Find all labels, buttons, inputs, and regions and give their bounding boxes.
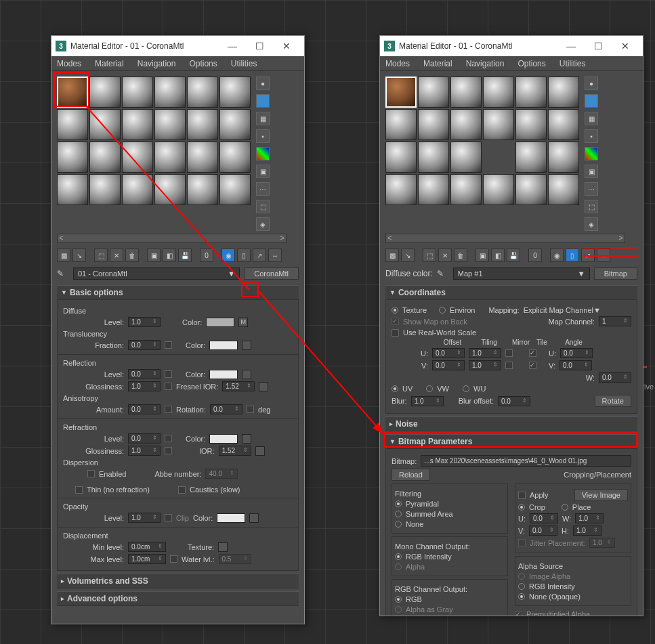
material-name-field[interactable]: 01 - CoronaMtl▼ [73,267,240,280]
coordinates-rollout[interactable]: ▼Coordinates [385,285,637,300]
translucency-fraction-spinner[interactable]: 0.0⇕ [128,340,161,350]
options-icon[interactable]: ⋯ [256,182,270,196]
summed-radio[interactable] [395,511,402,517]
reset-icon[interactable]: ✕ [110,249,123,262]
material-slot[interactable] [122,174,153,205]
bitmap-path-field[interactable]: ...s Max 2020\sceneassets\images\46_0_Wo… [421,455,631,467]
environ-radio[interactable] [439,307,446,314]
material-slot[interactable] [154,142,186,173]
blur-offset-spinner[interactable]: 0.0⇕ [498,396,530,406]
jitter-spinner[interactable]: 1.0⇕ [589,538,615,548]
menu-utilities[interactable]: Utilities [557,58,589,70]
background-icon[interactable]: ▦ [585,112,598,125]
menu-material[interactable]: Material [421,58,455,70]
select-by-mat-icon[interactable]: ⬚ [256,200,270,213]
mat-id-channel-icon[interactable]: 0 [528,249,542,262]
material-slot[interactable] [418,142,449,173]
none-opaque-radio[interactable] [518,593,525,600]
displ-texture-button[interactable] [218,542,228,552]
diffuse-color-swatch[interactable] [206,318,234,327]
mono-rgb-radio[interactable] [395,553,402,560]
uv-radio[interactable] [392,385,398,392]
displ-min-spinner[interactable]: 0.0cm⇕ [128,542,166,552]
refraction-color-swatch[interactable] [209,434,238,444]
titlebar[interactable]: 3 Material Editor - 01 - CoronaMtl — ☐ ✕ [380,36,643,56]
material-slot[interactable] [219,77,251,108]
reflection-color-swatch[interactable] [209,370,238,379]
make-copy-icon[interactable]: ▣ [476,249,489,262]
aniso-rotation-spinner[interactable]: 0.0⇕ [210,404,242,414]
material-slot[interactable] [89,174,121,205]
menu-options[interactable]: Options [515,58,548,70]
ior-map-button[interactable] [259,382,268,391]
make-copy-icon[interactable]: ▣ [147,249,161,262]
u-tile-check[interactable] [529,349,536,357]
go-sibling-icon[interactable]: ↔ [268,249,282,262]
caustics-check[interactable] [178,486,186,494]
rotate-button[interactable]: Rotate [595,395,631,407]
go-parent-icon[interactable]: ↗ [253,249,266,262]
v-mirror-check[interactable] [505,362,513,369]
make-preview-icon[interactable]: ▣ [256,165,270,178]
clip-check[interactable] [165,514,172,521]
menu-modes[interactable]: Modes [383,58,413,70]
refr-level-map-check[interactable] [165,435,172,442]
material-slot[interactable] [548,142,579,173]
material-slot[interactable] [57,109,88,140]
view-image-button[interactable]: View Image [574,489,628,501]
material-slot[interactable] [385,109,417,140]
aniso-rot-map-check[interactable] [247,406,254,413]
sample-uv-icon[interactable]: ▪ [585,129,598,143]
make-preview-icon[interactable]: ▣ [585,165,598,178]
translucency-map-button[interactable] [242,341,251,350]
slot-scrollbar[interactable] [57,234,287,243]
material-slot[interactable] [450,174,482,205]
go-sibling-icon[interactable]: ↔ [597,249,610,262]
fresnel-ior-spinner[interactable]: 1.52⇕ [222,381,255,391]
displ-max-spinner[interactable]: 1.0cm⇕ [128,554,166,564]
material-slot[interactable] [515,174,547,205]
menu-options[interactable]: Options [186,58,219,70]
apply-check[interactable] [518,492,526,499]
material-slot[interactable] [57,77,88,108]
picker-icon[interactable]: ✎ [57,269,69,278]
material-slot[interactable] [57,174,88,205]
reflection-map-button[interactable] [242,370,251,379]
get-material-icon[interactable]: ▩ [385,249,399,262]
put-to-lib-icon[interactable]: 💾 [178,249,192,262]
mat-id-icon[interactable]: ◈ [585,217,598,231]
map-name-field[interactable]: Map #1▼ [453,267,590,280]
make-unique-icon[interactable]: ◧ [491,249,505,262]
show-map-check[interactable] [392,318,399,325]
crop-radio[interactable] [518,504,525,511]
backlight-icon[interactable] [585,94,598,108]
material-slot[interactable] [418,109,449,140]
material-slot[interactable] [57,142,88,173]
jitter-check[interactable] [518,539,526,546]
put-to-lib-icon[interactable]: 💾 [507,249,520,262]
material-slot[interactable] [385,142,417,173]
material-slot[interactable] [548,109,579,140]
material-slot[interactable] [154,174,186,205]
material-slot[interactable] [219,174,251,205]
material-slot[interactable] [187,174,218,205]
material-slot[interactable] [483,174,514,205]
water-level-check[interactable] [170,555,177,563]
show-shaded-icon[interactable]: ◉ [550,249,564,262]
u-angle-spinner[interactable]: 0.0⇕ [560,348,593,358]
video-color-icon[interactable] [256,147,270,160]
material-slot[interactable] [187,109,218,140]
mat-id-channel-icon[interactable]: 0 [200,249,213,262]
map-channel-spinner[interactable]: 1⇕ [599,316,631,326]
sample-type-icon[interactable]: ● [256,77,270,90]
refl-level-map-check[interactable] [165,370,172,378]
show-end-icon[interactable]: ▯ [566,249,579,262]
maximize-button[interactable]: ☐ [585,37,612,56]
material-slot[interactable] [219,142,251,173]
map-type-button[interactable]: Bitmap [594,267,637,280]
basic-options-rollout[interactable]: ▼Basic options [57,285,299,300]
noise-rollout[interactable]: ▸Noise [385,416,637,431]
put-material-icon[interactable]: ↘ [401,249,415,262]
opacity-color-swatch[interactable] [217,513,245,523]
reset-icon[interactable]: ✕ [438,249,452,262]
